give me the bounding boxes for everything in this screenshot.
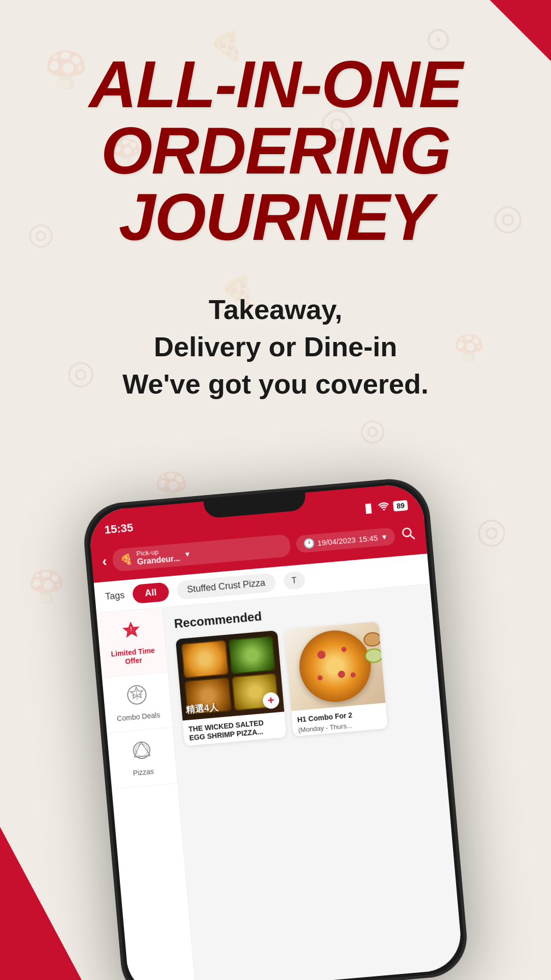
sidebar-item-limited-time-offer[interactable]: ! Limited Time Offer bbox=[96, 607, 168, 677]
battery-level: 89 bbox=[393, 500, 408, 511]
app-content: ! Limited Time Offer bbox=[96, 584, 463, 980]
svg-point-0 bbox=[383, 509, 385, 511]
heading-line-1: ALL-IN-ONE bbox=[31, 51, 520, 117]
pizza-icon: 🍕 bbox=[119, 553, 133, 566]
signal-icon: ▐▌ bbox=[362, 503, 374, 513]
sidebar-combo-label: Combo Deals bbox=[116, 710, 160, 723]
time-label: 15:45 bbox=[358, 533, 378, 544]
bg-circle-4: ◎ bbox=[476, 509, 507, 551]
sidebar-item-combo-deals[interactable]: Combo Deals bbox=[102, 672, 172, 734]
combo-deals-icon bbox=[125, 683, 148, 710]
search-button[interactable] bbox=[400, 526, 416, 544]
pizzas-icon bbox=[130, 739, 154, 766]
location-selector[interactable]: 🍕 Pick-up Grandeur... ▼ bbox=[112, 534, 291, 572]
products-grid: 精選4人 + THE WICKED SALTED EGG SHRIMP PIZZ… bbox=[176, 618, 432, 746]
sidebar-item-pizzas[interactable]: Pizzas bbox=[107, 728, 178, 790]
phone-mockup: 15:35 ▐▌ 89 ‹ bbox=[81, 476, 470, 980]
tag-stuffed-crust[interactable]: Stuffed Crust Pizza bbox=[176, 573, 276, 600]
hero-section: ALL-IN-ONE ORDERING JOURNEY Takeaway, De… bbox=[0, 51, 551, 403]
sub-line-2: Delivery or Dine-in bbox=[31, 328, 520, 365]
tag-more[interactable]: T bbox=[283, 571, 306, 590]
corner-bottom-left bbox=[0, 827, 82, 980]
product-image-1: 精選4人 + bbox=[176, 630, 284, 721]
phone-screen: 15:35 ▐▌ 89 ‹ bbox=[88, 482, 464, 980]
date-label: 19/04/2023 bbox=[317, 535, 356, 547]
limited-time-icon: ! bbox=[119, 619, 143, 646]
back-button[interactable]: ‹ bbox=[102, 553, 108, 570]
status-time: 15:35 bbox=[104, 521, 134, 537]
product-card-1[interactable]: 精選4人 + THE WICKED SALTED EGG SHRIMP PIZZ… bbox=[176, 630, 287, 746]
tag-all[interactable]: All bbox=[132, 582, 169, 604]
bg-mushroom-5: 🍄 bbox=[28, 569, 66, 605]
time-selector[interactable]: 🕐 19/04/2023 15:45 ▼ bbox=[295, 527, 396, 553]
heading-line-2: ORDERING JOURNEY bbox=[31, 117, 520, 250]
product-image-2 bbox=[284, 622, 385, 712]
main-heading: ALL-IN-ONE ORDERING JOURNEY bbox=[31, 51, 520, 250]
status-icons: ▐▌ 89 bbox=[362, 500, 408, 514]
bg-pizza-5: ◎ bbox=[359, 411, 386, 447]
time-chevron-icon: ▼ bbox=[381, 532, 388, 541]
product-card-2[interactable]: H1 Combo For 2 (Monday - Thurs... bbox=[284, 622, 388, 737]
phone-frame: 15:35 ▐▌ 89 ‹ bbox=[81, 476, 470, 980]
svg-line-2 bbox=[410, 535, 415, 540]
wifi-icon bbox=[378, 502, 390, 513]
location-chevron-icon: ▼ bbox=[184, 550, 191, 558]
sub-line-3: We've got you covered. bbox=[31, 365, 520, 403]
clock-icon: 🕐 bbox=[303, 537, 315, 550]
location-text-container: Pick-up Grandeur... bbox=[136, 547, 181, 567]
main-content: Recommended bbox=[163, 584, 464, 980]
sub-heading: Takeaway, Delivery or Dine-in We've got … bbox=[31, 291, 520, 403]
sidebar-pizzas-label: Pizzas bbox=[133, 767, 155, 777]
sub-line-1: Takeaway, bbox=[31, 291, 520, 328]
sidebar-limited-label: Limited Time Offer bbox=[104, 646, 162, 668]
tags-label: Tags bbox=[105, 590, 125, 602]
